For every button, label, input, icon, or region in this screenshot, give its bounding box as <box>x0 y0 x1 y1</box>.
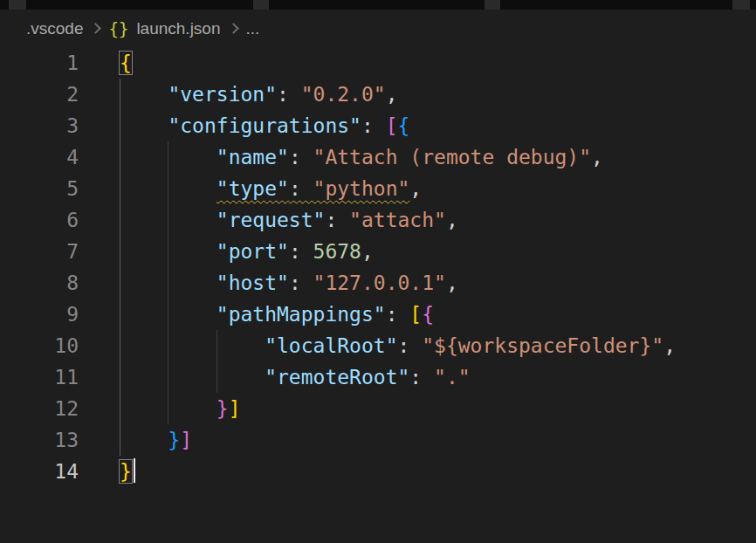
code-token: : <box>361 114 386 137</box>
code-token: , <box>591 146 603 168</box>
tab-strip <box>0 0 756 10</box>
tab-remnant <box>253 0 269 10</box>
code-token: "version" <box>168 83 277 106</box>
indent-guide-icon <box>168 173 168 204</box>
code-token: ] <box>180 429 192 451</box>
code-token: "." <box>434 366 471 388</box>
code-token: "configurations" <box>168 114 361 137</box>
indent-whitespace <box>120 429 168 451</box>
indent-guide-icon <box>168 330 168 361</box>
line-number[interactable]: 1 <box>0 47 79 79</box>
line-number[interactable]: 7 <box>0 236 79 267</box>
code-token: "attach" <box>349 209 446 231</box>
code-token: , <box>663 334 676 357</box>
indent-guide-icon <box>120 236 120 267</box>
code-token: "python" <box>313 177 410 200</box>
code-token: : <box>277 83 301 106</box>
indent-guide-icon <box>120 267 120 299</box>
code-token: "pathMappings" <box>216 303 386 326</box>
indent-guide-icon <box>120 424 120 456</box>
line-number[interactable]: 13 <box>0 424 79 456</box>
line-number[interactable]: 9 <box>0 299 79 330</box>
line-content: }] <box>79 393 756 424</box>
code-token: , <box>386 83 398 106</box>
line-number[interactable]: 11 <box>0 361 79 393</box>
code-token: "host" <box>216 272 289 294</box>
line-content: "request": "attach", <box>79 204 756 236</box>
code-line[interactable]: 11 "remoteRoot": "." <box>0 361 756 393</box>
line-number[interactable]: 4 <box>0 141 79 173</box>
code-token: "name" <box>216 146 289 168</box>
line-content: }] <box>79 424 756 456</box>
code-line[interactable]: 4 "name": "Attach (remote debug)", <box>0 141 756 173</box>
code-token: : <box>398 334 423 357</box>
code-token: 5678 <box>313 240 361 263</box>
breadcrumb-file[interactable]: launch.json <box>136 19 220 38</box>
code-token: { <box>398 114 410 137</box>
breadcrumb-folder[interactable]: .vscode <box>26 19 83 38</box>
line-number[interactable]: 14 <box>0 456 79 487</box>
line-number[interactable]: 6 <box>0 204 79 236</box>
line-number[interactable]: 12 <box>0 393 79 424</box>
code-line[interactable]: 9 "pathMappings": [{ <box>0 299 756 330</box>
matched-bracket: } <box>120 460 132 483</box>
code-token: : <box>409 366 434 388</box>
code-token: "port" <box>216 240 289 263</box>
code-line[interactable]: 12 }] <box>0 393 756 424</box>
breadcrumb-symbol[interactable]: ... <box>246 19 260 38</box>
breadcrumb: .vscode {} launch.json ... <box>0 10 756 47</box>
code-line[interactable]: 1{ <box>0 47 756 79</box>
indent-guide-icon <box>120 141 120 173</box>
warning-squiggle-region: "type": "python" <box>216 177 410 200</box>
indent-whitespace <box>120 334 265 357</box>
tab-remnant <box>485 0 500 10</box>
text-cursor <box>134 458 135 483</box>
indent-whitespace <box>120 366 265 388</box>
tab-remnant <box>732 0 750 10</box>
line-content: "localRoot": "${workspaceFolder}", <box>79 330 756 361</box>
json-braces-icon: {} <box>108 19 128 38</box>
code-token: "127.0.0.1" <box>313 272 446 294</box>
line-content: { <box>79 47 756 79</box>
code-token: "${workspaceFolder}" <box>422 334 663 357</box>
indent-guide-icon <box>216 361 217 393</box>
code-token: : <box>289 272 313 294</box>
code-area[interactable]: 1{2 "version": "0.2.0",3 "configurations… <box>0 47 756 487</box>
indent-guide-icon <box>120 79 120 110</box>
line-number[interactable]: 10 <box>0 330 79 361</box>
code-token: , <box>446 272 458 294</box>
indent-guide-icon <box>120 110 120 141</box>
code-token: "Attach (remote debug)" <box>313 146 592 168</box>
indent-whitespace <box>120 83 168 106</box>
line-number[interactable]: 2 <box>0 79 79 110</box>
indent-guide-icon <box>120 393 120 424</box>
line-content: "type": "python", <box>79 173 756 204</box>
code-token: "0.2.0" <box>301 83 386 106</box>
line-content: "port": 5678, <box>79 236 756 267</box>
code-line[interactable]: 2 "version": "0.2.0", <box>0 79 756 110</box>
indent-guide-icon <box>120 173 120 204</box>
code-line[interactable]: 14} <box>0 456 756 487</box>
indent-guide-icon <box>168 141 168 173</box>
line-number[interactable]: 3 <box>0 110 79 141</box>
code-token: : <box>289 146 313 168</box>
matched-bracket: { <box>120 52 132 74</box>
code-token: "request" <box>216 209 326 231</box>
line-number[interactable]: 8 <box>0 267 79 299</box>
code-token: , <box>361 240 374 263</box>
code-line[interactable]: 8 "host": "127.0.0.1", <box>0 267 756 299</box>
code-line[interactable]: 10 "localRoot": "${workspaceFolder}", <box>0 330 756 361</box>
code-line[interactable]: 7 "port": 5678, <box>0 236 756 267</box>
line-content: "version": "0.2.0", <box>79 79 756 110</box>
code-line[interactable]: 6 "request": "attach", <box>0 204 756 236</box>
code-line[interactable]: 3 "configurations": [{ <box>0 110 756 141</box>
code-token: { <box>422 303 434 326</box>
indent-guide-icon <box>168 267 168 299</box>
code-token: : <box>289 240 313 263</box>
code-token: [ <box>386 114 398 137</box>
line-content: } <box>79 456 756 487</box>
code-line[interactable]: 5 "type": "python", <box>0 173 756 204</box>
code-line[interactable]: 13 }] <box>0 424 756 456</box>
line-number[interactable]: 5 <box>0 173 79 204</box>
code-token: } <box>216 397 229 420</box>
